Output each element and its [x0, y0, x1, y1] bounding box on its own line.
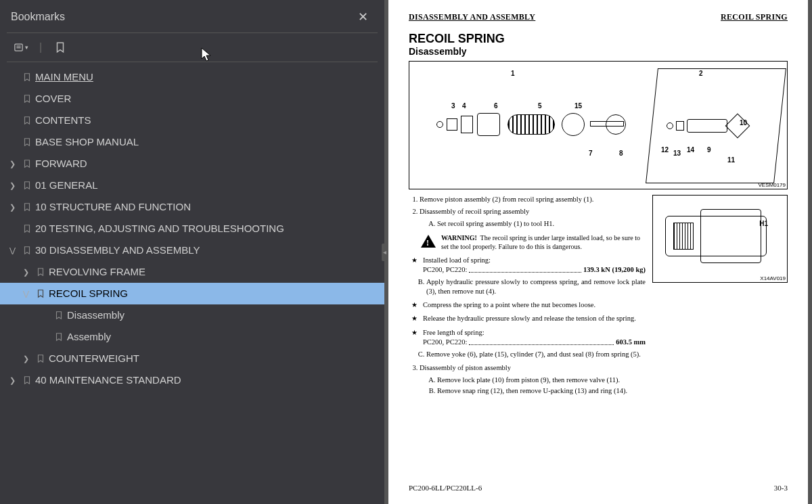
- bookmark-label: RECOIL SPRING: [49, 286, 379, 301]
- current-bookmark-icon[interactable]: [53, 40, 68, 55]
- bookmark-icon: [19, 93, 35, 105]
- tool-diagram: H1 X14AV019: [652, 195, 788, 283]
- bookmark-item[interactable]: ⋁RECOIL SPRING: [0, 283, 384, 304]
- bookmark-icon: [19, 158, 35, 170]
- bookmark-label: 20 TESTING, ADJUSTING AND TROUBLESHOOTIN…: [35, 221, 379, 236]
- diagram-id-small: X14AV019: [760, 275, 786, 281]
- bookmark-label: 10 STRUCTURE AND FUNCTION: [35, 200, 379, 214]
- bookmark-item[interactable]: ❯MAIN MENU: [0, 66, 384, 88]
- bookmark-icon: [19, 223, 35, 235]
- outline-options-icon[interactable]: ▾: [14, 40, 28, 55]
- bookmark-item[interactable]: ⋁30 DISASSEMBLY AND ASSEMBLY: [0, 239, 384, 261]
- bookmark-icon: [19, 244, 35, 256]
- bookmarks-sidebar: Bookmarks ✕ ▾ | ❯MAIN MENU❯COVER❯CONTENT…: [0, 0, 384, 504]
- bookmark-label: FORWARD: [35, 156, 379, 171]
- bookmark-item[interactable]: ❯COUNTERWEIGHT: [0, 348, 384, 369]
- bookmark-icon: [19, 201, 35, 213]
- bookmark-label: Disassembly: [67, 308, 379, 323]
- page-footer: PC200-6LL/PC220LL-6 30-3: [409, 484, 788, 492]
- header-right: RECOIL SPRING: [721, 12, 788, 22]
- instruction-text: Remove piston assembly (2) from recoil s…: [409, 195, 646, 399]
- chevron-right-icon[interactable]: ❯: [5, 373, 19, 388]
- bookmark-icon: [19, 179, 35, 191]
- bookmark-item[interactable]: ❯FORWARD: [0, 153, 384, 175]
- bookmark-icon: [32, 288, 49, 300]
- chevron-down-icon[interactable]: ⋁: [5, 243, 19, 258]
- chevron-right-icon[interactable]: ❯: [5, 200, 19, 214]
- main-diagram: 1 2 3 4 5 6 7 8 9 10 11 12 13 14 15: [409, 61, 788, 189]
- bookmark-label: 01 GENERAL: [35, 178, 379, 193]
- sidebar-header: Bookmarks ✕: [0, 0, 384, 32]
- pdf-page: DISASSEMBLY AND ASSEMBLY RECOIL SPRING R…: [388, 0, 808, 504]
- bookmark-icon: [32, 266, 49, 278]
- bookmark-item[interactable]: ❯10 STRUCTURE AND FUNCTION: [0, 196, 384, 218]
- bookmark-item[interactable]: ❯REVOLVING FRAME: [0, 261, 384, 283]
- sidebar-resize-handle[interactable]: ◂: [382, 244, 387, 261]
- page-header: DISASSEMBLY AND ASSEMBLY RECOIL SPRING: [409, 12, 788, 22]
- bookmark-label: Assembly: [67, 329, 379, 344]
- chevron-right-icon[interactable]: ❯: [5, 178, 19, 193]
- bookmark-label: COVER: [35, 91, 379, 106]
- bookmark-item[interactable]: ❯Disassembly: [0, 304, 384, 326]
- bookmark-icon: [19, 374, 35, 386]
- page-subtitle: Disassembly: [409, 46, 788, 57]
- bookmark-icon: [32, 352, 49, 365]
- chevron-right-icon[interactable]: ❯: [5, 156, 19, 171]
- warning-row: WARNING! The recoil spring is under larg…: [421, 233, 646, 252]
- bookmark-item[interactable]: ❯40 MAINTENANCE STANDARD: [0, 369, 384, 391]
- bookmark-label: COUNTERWEIGHT: [49, 351, 379, 366]
- bookmark-label: 30 DISASSEMBLY AND ASSEMBLY: [35, 243, 379, 258]
- bookmark-icon: [19, 136, 35, 148]
- bookmark-item[interactable]: ❯01 GENERAL: [0, 175, 384, 196]
- bookmark-label: MAIN MENU: [35, 70, 379, 85]
- bookmark-icon: [19, 114, 35, 127]
- bookmark-icon: [51, 309, 67, 321]
- bookmark-item[interactable]: ❯20 TESTING, ADJUSTING AND TROUBLESHOOTI…: [0, 218, 384, 239]
- bookmark-icon: [51, 331, 67, 343]
- bookmark-label: BASE SHOP MANUAL: [35, 135, 379, 150]
- bookmark-label: REVOLVING FRAME: [49, 265, 379, 279]
- bookmark-item[interactable]: ❯CONTENTS: [0, 110, 384, 131]
- bookmark-item[interactable]: ❯Assembly: [0, 326, 384, 348]
- bookmark-icon: [19, 71, 35, 83]
- diagram-id: VESM0179: [759, 182, 786, 188]
- header-left: DISASSEMBLY AND ASSEMBLY: [409, 12, 535, 22]
- close-icon[interactable]: ✕: [353, 8, 374, 26]
- chevron-right-icon[interactable]: ❯: [19, 351, 32, 366]
- bookmark-item[interactable]: ❯COVER: [0, 88, 384, 110]
- bookmark-tree: ❯MAIN MENU❯COVER❯CONTENTS❯BASE SHOP MANU…: [0, 62, 384, 504]
- sidebar-title: Bookmarks: [11, 11, 65, 23]
- chevron-right-icon[interactable]: ❯: [19, 265, 32, 279]
- page-viewport[interactable]: DISASSEMBLY AND ASSEMBLY RECOIL SPRING R…: [384, 0, 812, 504]
- chevron-down-icon[interactable]: ⋁: [19, 286, 32, 301]
- page-title: RECOIL SPRING: [409, 32, 788, 46]
- warning-icon: [421, 235, 436, 248]
- bookmark-label: 40 MAINTENANCE STANDARD: [35, 373, 379, 388]
- bookmark-label: CONTENTS: [35, 113, 379, 128]
- bookmark-item[interactable]: ❯BASE SHOP MANUAL: [0, 131, 384, 153]
- sidebar-toolbar: ▾ |: [0, 33, 384, 62]
